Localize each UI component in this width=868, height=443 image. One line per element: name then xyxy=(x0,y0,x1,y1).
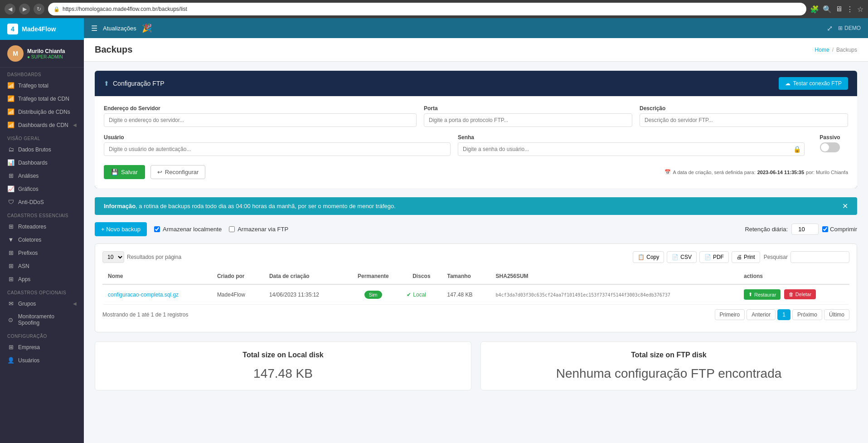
info-banner: Informação, a rotina de backups roda tod… xyxy=(95,197,857,215)
refresh-button[interactable]: ↻ xyxy=(34,4,44,15)
grupos-collapse-icon[interactable]: ◀ xyxy=(73,301,77,306)
print-button[interactable]: 🖨 Print xyxy=(732,251,760,263)
sidebar-item-graficos[interactable]: 📈 Gráficos xyxy=(0,182,84,195)
last-page-button[interactable]: Último xyxy=(824,309,849,320)
prefixos-icon: ⊞ xyxy=(7,249,15,256)
per-page-label: Resultados por página xyxy=(127,254,181,260)
reconfigure-button[interactable]: ↩ Reconfigurar xyxy=(150,165,205,179)
sidebar-item-asn[interactable]: ⊞ ASN xyxy=(0,259,84,273)
passive-toggle[interactable] xyxy=(820,142,840,152)
delete-button[interactable]: 🗑 Deletar xyxy=(784,289,816,299)
first-page-button[interactable]: Primeiro xyxy=(715,309,745,320)
menu-icon[interactable]: ⋮ xyxy=(846,5,853,14)
user-input[interactable] xyxy=(104,142,451,156)
sidebar-item-label: Coletores xyxy=(18,237,41,243)
breadcrumb-home[interactable]: Home xyxy=(815,47,829,53)
ftp-disk-card: Total size on FTP disk Nenhuma configura… xyxy=(480,341,857,390)
store-local-checkbox[interactable] xyxy=(154,226,160,232)
sidebar-item-dashboards-cdn[interactable]: 📶 Dashboards de CDN ◀ xyxy=(0,118,84,131)
antiddos-icon: 🛡 xyxy=(7,199,15,205)
next-page-button[interactable]: Próximo xyxy=(792,309,822,320)
col-data-criacao: Data de criação xyxy=(264,268,345,284)
show-password-icon[interactable]: 🔒 xyxy=(793,146,801,153)
backup-file-link[interactable]: configuracao-completa.sql.gz xyxy=(108,292,179,298)
restore-button[interactable]: ⬆ Restaurar xyxy=(744,289,781,300)
url-bar[interactable]: 🔒 https://homologacao.made4flow.com.br/b… xyxy=(48,3,806,15)
store-ftp-checkbox[interactable] xyxy=(229,226,235,232)
sidebar-item-prefixos[interactable]: ⊞ Prefixos xyxy=(0,246,84,259)
sidebar-item-antiddos[interactable]: 🛡 Anti-DDoS xyxy=(0,195,84,209)
table-body: configuracao-completa.sql.gz Made4Flow 1… xyxy=(102,284,849,305)
extensions-icon[interactable]: 🧩 xyxy=(810,5,819,14)
prev-page-button[interactable]: Anterior xyxy=(747,309,776,320)
sidebar-item-analises[interactable]: ⊞ Análises xyxy=(0,169,84,182)
sidebar-item-label: Distribuição de CDNs xyxy=(18,109,70,115)
retention-input[interactable] xyxy=(791,224,819,235)
search-input[interactable] xyxy=(790,251,849,263)
browser-chrome: ◀ ▶ ↻ 🔒 https://homologacao.made4flow.co… xyxy=(0,0,868,18)
expand-icon[interactable]: ⤢ xyxy=(827,24,833,33)
section-visao-geral: Visão geral xyxy=(0,131,84,143)
new-backup-button[interactable]: + Novo backup xyxy=(95,222,147,236)
trafego-cdn-icon: 📶 xyxy=(7,95,15,102)
back-button[interactable]: ◀ xyxy=(5,4,15,15)
store-ftp-checkbox-label[interactable]: Armazenar via FTP xyxy=(229,226,288,233)
current-page-button[interactable]: 1 xyxy=(777,309,790,320)
compress-checkbox[interactable] xyxy=(822,226,828,232)
test-connection-button[interactable]: ☁ Testar conexão FTP xyxy=(779,77,848,90)
password-input[interactable] xyxy=(458,142,805,156)
cell-actions: ⬆ Restaurar 🗑 Deletar xyxy=(738,284,849,305)
csv-button[interactable]: 📄 CSV xyxy=(667,251,697,263)
sidebar-item-dashboards[interactable]: 📊 Dashboards xyxy=(0,156,84,169)
sidebar-item-roteadores[interactable]: ⊞ Roteadores xyxy=(0,220,84,233)
csv-icon: 📄 xyxy=(672,254,679,260)
sidebar-item-usuarios[interactable]: 👤 Usuários xyxy=(0,354,84,367)
sidebar-item-trafego-total[interactable]: 📶 Tráfego total xyxy=(0,79,84,92)
sidebar-user: M Murilo Chianfa ● SUPER-ADMIN xyxy=(0,40,84,68)
server-address-group: Endereço do Servidor xyxy=(104,105,417,127)
zoom-icon[interactable]: 🔍 xyxy=(823,5,832,14)
star-icon[interactable]: ☆ xyxy=(857,5,863,14)
save-button[interactable]: 💾 Salvar xyxy=(104,165,145,179)
section-configuracao: Configuração xyxy=(0,329,84,341)
demo-label: DEMO xyxy=(844,25,861,31)
table-toolbar: 10 25 50 Resultados por página 📋 Copy xyxy=(102,251,849,263)
port-input[interactable] xyxy=(424,113,632,127)
breadcrumb-current: Backups xyxy=(836,47,857,53)
sidebar-logo[interactable]: 4 Made4Flow xyxy=(0,18,84,40)
cell-criado-por: Made4Flow xyxy=(212,284,264,305)
main-area: ☰ Atualizações 🎉 ⤢ ⊞ DEMO Backups Home /… xyxy=(84,18,868,443)
info-banner-text: Informação, a rotina de backups roda tod… xyxy=(104,203,396,209)
description-input[interactable] xyxy=(640,113,848,127)
pdf-button[interactable]: 📄 PDF xyxy=(699,251,729,263)
sidebar-item-apps[interactable]: ⊞ Apps xyxy=(0,273,84,286)
ftp-disk-title: Total size on FTP disk xyxy=(490,351,848,359)
collapse-icon[interactable]: ◀ xyxy=(73,122,77,127)
store-local-checkbox-label[interactable]: Armazenar localmente xyxy=(154,226,222,233)
server-address-input[interactable] xyxy=(104,113,417,127)
info-close-button[interactable]: ✕ xyxy=(842,202,848,210)
table-row: configuracao-completa.sql.gz Made4Flow 1… xyxy=(102,284,849,305)
cell-discos: ✔ Local xyxy=(401,284,441,305)
trafego-icon: 📶 xyxy=(7,82,15,89)
sidebar-item-empresa[interactable]: ⊞ Empresa xyxy=(0,341,84,354)
sidebar-item-trafego-cdn[interactable]: 📶 Tráfego total de CDN xyxy=(0,92,84,105)
passive-label: Passivo xyxy=(820,134,840,141)
per-page-dropdown[interactable]: 10 25 50 xyxy=(102,251,124,263)
cell-data-criacao: 14/06/2023 11:35:12 xyxy=(264,284,345,305)
forward-button[interactable]: ▶ xyxy=(19,4,30,15)
discos-badge: ✔ Local xyxy=(407,292,436,298)
sidebar-item-monitoramento[interactable]: ⊙ Monitoramento Spoofing xyxy=(0,310,84,329)
compress-checkbox-label[interactable]: Comprimir xyxy=(822,226,857,233)
sidebar-item-grupos[interactable]: ✉ Grupos ◀ xyxy=(0,297,84,310)
sidebar-item-coletores[interactable]: ▼ Coletores xyxy=(0,233,84,246)
screen-icon[interactable]: 🖥 xyxy=(835,5,843,13)
description-label: Descrição xyxy=(640,105,848,112)
menu-toggle-icon[interactable]: ☰ xyxy=(91,24,97,33)
print-icon: 🖨 xyxy=(737,254,742,260)
sidebar-item-dados-brutos[interactable]: 🗂 Dados Brutos xyxy=(0,143,84,156)
dist-cdn-icon: 📶 xyxy=(7,108,15,115)
demo-button[interactable]: ⊞ DEMO xyxy=(838,25,861,31)
copy-button[interactable]: 📋 Copy xyxy=(633,251,664,263)
sidebar-item-distribuicao-cdn[interactable]: 📶 Distribuição de CDNs xyxy=(0,105,84,118)
